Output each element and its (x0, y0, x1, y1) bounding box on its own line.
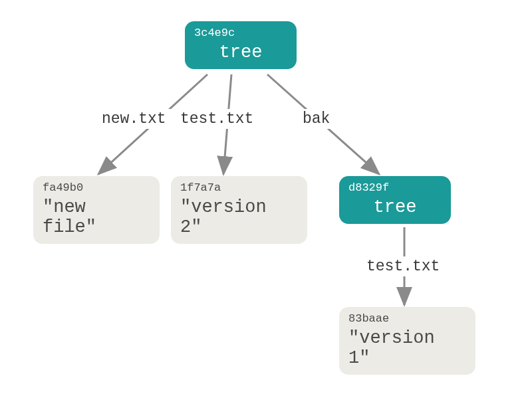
subtree-node: d8329f tree (339, 176, 451, 224)
edge-label-testtxt: test.txt (175, 109, 259, 129)
edge-label-testtxt2: test.txt (361, 256, 445, 276)
blob3-label: "version 1" (348, 328, 466, 368)
blob2-hash: 1f7a7a (180, 180, 298, 196)
blob1-hash: fa49b0 (43, 180, 150, 196)
blob2-label: "version 2" (180, 197, 298, 237)
root-tree-node: 3c4e9c tree (185, 21, 297, 69)
blob-node-version1: 83baae "version 1" (339, 307, 475, 375)
edge-label-bak: bak (297, 109, 335, 129)
edge-label-newtxt: new.txt (96, 109, 172, 129)
blob-node-newfile: fa49b0 "new file" (33, 176, 160, 244)
blob3-hash: 83baae (348, 311, 466, 327)
root-label: tree (194, 43, 287, 62)
subtree-label: tree (348, 197, 442, 217)
root-hash: 3c4e9c (194, 25, 287, 41)
subtree-hash: d8329f (348, 180, 442, 196)
blob-node-version2: 1f7a7a "version 2" (171, 176, 307, 244)
blob1-label: "new file" (43, 197, 150, 237)
